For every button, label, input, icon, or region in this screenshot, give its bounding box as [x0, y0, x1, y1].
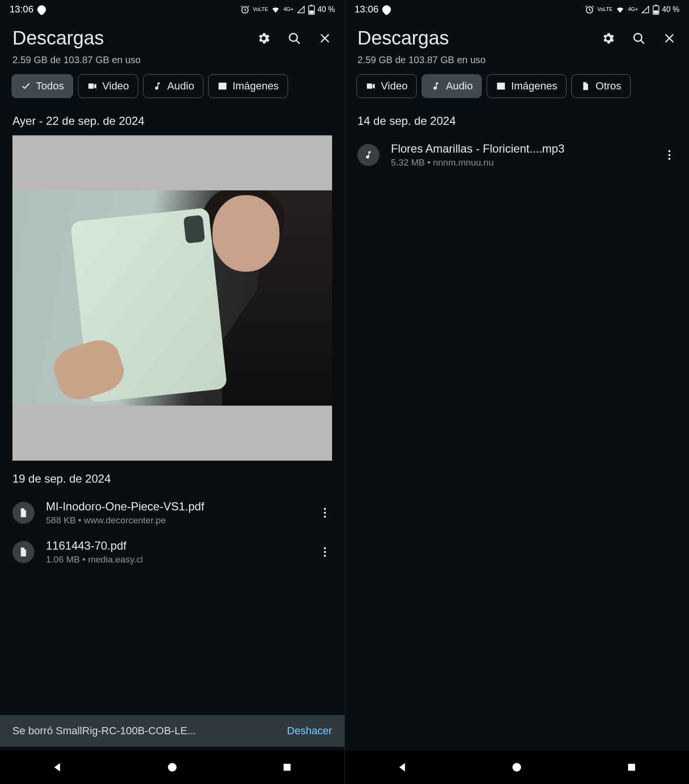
chat-bubble-icon — [380, 3, 392, 15]
document-icon — [580, 81, 591, 91]
svg-rect-3 — [309, 11, 313, 14]
chip-video[interactable]: Video — [78, 74, 138, 98]
chip-video-label: Video — [102, 80, 129, 92]
nav-home-icon[interactable] — [509, 759, 525, 775]
wifi-icon — [615, 5, 625, 14]
app-header: Descargas — [345, 17, 689, 53]
undo-button[interactable]: Deshacer — [287, 725, 332, 737]
svg-point-18 — [668, 150, 670, 152]
snackbar-message: Se borró SmallRig-RC-100B-COB-LE... — [12, 725, 196, 737]
battery-icon — [653, 4, 659, 15]
battery-percent: 40 % — [318, 5, 335, 14]
svg-point-19 — [668, 154, 670, 156]
chip-imagenes[interactable]: Imágenes — [208, 74, 288, 98]
music-file-icon — [357, 144, 379, 166]
chip-otros-label: Otros — [596, 80, 622, 92]
close-icon[interactable] — [318, 31, 332, 45]
nav-recents-icon[interactable] — [279, 759, 295, 775]
more-icon[interactable] — [662, 149, 677, 161]
nav-bar — [0, 751, 344, 784]
svg-point-7 — [324, 516, 326, 518]
image-icon — [217, 81, 228, 91]
signal-icon — [297, 5, 305, 14]
status-bar: 13:06 VoLTE 4G+ 40 % — [0, 0, 344, 17]
chat-bubble-icon — [35, 3, 47, 15]
chip-todos-label: Todos — [36, 80, 64, 92]
right-pane: 13:06 VoLTE 4G+ 40 % Descargas — [344, 0, 689, 784]
svg-rect-2 — [311, 5, 312, 6]
status-time: 13:06 — [10, 4, 33, 15]
gear-icon[interactable] — [256, 31, 271, 45]
battery-icon — [308, 4, 315, 15]
chip-imagenes-label: Imágenes — [233, 80, 279, 92]
wifi-icon — [271, 5, 280, 14]
svg-rect-16 — [654, 11, 658, 14]
battery-percent: 40 % — [662, 5, 679, 14]
svg-rect-22 — [628, 764, 635, 771]
more-icon[interactable] — [318, 507, 332, 519]
nav-back-icon[interactable] — [394, 759, 411, 775]
more-icon[interactable] — [318, 546, 332, 558]
file-meta: 5.32 MB • nnnm.mnuu.nu — [391, 157, 651, 168]
svg-point-8 — [324, 547, 326, 549]
alarm-icon — [240, 5, 250, 14]
image-icon — [496, 81, 506, 91]
check-icon — [21, 81, 31, 91]
chip-audio-label: Audio — [446, 80, 473, 92]
svg-point-4 — [289, 33, 297, 41]
nav-home-icon[interactable] — [164, 759, 180, 775]
status-time: 13:06 — [355, 4, 378, 15]
file-row[interactable]: MI-Inodoro-One-Piece-VS1.pdf 588 KB • ww… — [0, 493, 344, 532]
nav-bar — [345, 751, 689, 784]
music-icon — [152, 81, 163, 91]
gear-icon[interactable] — [601, 31, 615, 45]
app-header: Descargas — [0, 17, 344, 53]
net-label: 4G+ — [283, 7, 293, 12]
snackbar: Se borró SmallRig-RC-100B-COB-LE... Desh… — [0, 715, 344, 747]
section-date-14sep: 14 de sep. de 2024 — [345, 109, 689, 135]
section-date-ayer: Ayer - 22 de sep. de 2024 — [0, 109, 344, 135]
file-name: MI-Inodoro-One-Piece-VS1.pdf — [46, 500, 306, 513]
file-meta: 1.06 MB • media.easy.cl — [46, 554, 306, 565]
svg-point-6 — [324, 512, 326, 514]
photo-preview — [12, 190, 332, 406]
svg-point-17 — [634, 33, 642, 41]
search-icon[interactable] — [287, 31, 301, 45]
chip-audio[interactable]: Audio — [143, 74, 203, 98]
image-thumbnail[interactable] — [12, 135, 332, 461]
close-icon[interactable] — [662, 31, 677, 45]
svg-rect-12 — [284, 764, 291, 771]
chip-audio[interactable]: Audio — [422, 74, 482, 98]
chip-imagenes[interactable]: Imágenes — [487, 74, 567, 98]
file-icon — [12, 502, 34, 524]
video-icon — [366, 81, 376, 91]
page-title: Descargas — [12, 27, 104, 49]
svg-point-5 — [324, 508, 326, 510]
nav-back-icon[interactable] — [49, 759, 66, 775]
page-title: Descargas — [357, 27, 449, 49]
volte-label: VoLTE — [253, 7, 268, 12]
chip-todos[interactable]: Todos — [11, 74, 73, 98]
chip-otros[interactable]: Otros — [571, 74, 631, 98]
svg-point-11 — [168, 763, 177, 772]
nav-recents-icon[interactable] — [623, 759, 640, 775]
net-label: 4G+ — [628, 7, 638, 12]
music-icon — [431, 81, 441, 91]
filter-chips: Video Audio Imágenes Otros — [345, 74, 689, 109]
filter-chips: Todos Video Audio Imágenes — [0, 74, 344, 109]
chip-video-label: Video — [381, 80, 408, 92]
chip-video[interactable]: Video — [356, 74, 417, 98]
svg-point-20 — [668, 158, 670, 160]
search-icon[interactable] — [632, 31, 646, 45]
file-row[interactable]: Flores Amarillas - Floricient....mp3 5.3… — [345, 135, 689, 175]
video-icon — [87, 81, 98, 91]
storage-usage: 2.59 GB de 103.87 GB en uso — [0, 53, 344, 74]
chip-imagenes-label: Imágenes — [511, 80, 557, 92]
file-name: 1161443-70.pdf — [46, 539, 306, 552]
alarm-icon — [585, 5, 594, 14]
svg-point-10 — [324, 555, 326, 557]
file-icon — [12, 541, 34, 563]
file-row[interactable]: 1161443-70.pdf 1.06 MB • media.easy.cl — [0, 532, 344, 572]
left-pane: 13:06 VoLTE 4G+ 40 % Descargas — [0, 0, 344, 784]
svg-rect-15 — [655, 5, 657, 6]
